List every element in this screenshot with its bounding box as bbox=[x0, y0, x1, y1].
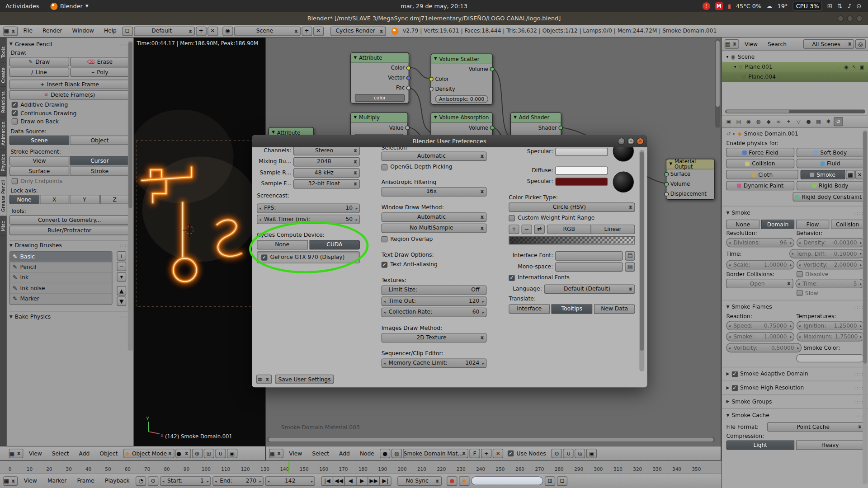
insert-blank-frame-button[interactable]: +Insert Blank Frame bbox=[9, 80, 130, 89]
screen-layout-select[interactable]: Default bbox=[134, 26, 195, 36]
force-field-button[interactable]: Force Field bbox=[726, 148, 794, 157]
renderable-icon[interactable]: ▣ bbox=[859, 65, 864, 70]
node-menu-select[interactable]: Select bbox=[307, 450, 333, 456]
menu-help[interactable]: Help bbox=[99, 28, 121, 33]
volume-icon[interactable]: ♪ bbox=[847, 2, 851, 10]
shader-type-icon[interactable]: ● bbox=[380, 449, 390, 458]
tab-tools[interactable]: Tools bbox=[0, 42, 7, 63]
ramp-add-button[interactable]: + bbox=[509, 225, 519, 234]
menu-render[interactable]: Render bbox=[38, 28, 66, 33]
node-value-slider[interactable]: Anisotropic: 0.000 bbox=[435, 95, 488, 103]
overlap-icon[interactable]: ⧉ bbox=[575, 449, 585, 458]
brush-item-pencil[interactable]: ✎Pencil bbox=[10, 262, 112, 272]
node-field[interactable]: color bbox=[355, 94, 405, 102]
temperature-indicator[interactable]: 45°C 0% bbox=[736, 3, 761, 9]
dynamic-paint-button[interactable]: Dynamic Paint bbox=[726, 181, 794, 190]
socket[interactable] bbox=[405, 126, 410, 130]
viewport-3d[interactable]: Tools Create Relations Animation Physics… bbox=[0, 38, 266, 460]
brush-specials-button[interactable]: ▾ bbox=[117, 272, 126, 282]
rigid-body-button[interactable]: Rigid Body bbox=[796, 181, 864, 190]
add-brush-button[interactable]: + bbox=[117, 251, 126, 261]
flame-vorticity-field[interactable]: ◂Vorticity:0.50000▸ bbox=[726, 343, 802, 352]
node-hscrollbar[interactable] bbox=[267, 437, 714, 442]
tab-create[interactable]: Create bbox=[0, 64, 7, 87]
node-header[interactable]: ▼Volume Scatter bbox=[431, 54, 492, 64]
node-menu-view[interactable]: View bbox=[284, 450, 307, 456]
collision-button[interactable]: Collision bbox=[726, 159, 794, 168]
socket[interactable] bbox=[664, 192, 669, 197]
render-engine-select[interactable]: Cycles Render bbox=[330, 26, 386, 36]
timeline-menu-frame[interactable]: Frame bbox=[73, 478, 99, 483]
current-frame-marker[interactable] bbox=[288, 461, 289, 473]
clock[interactable]: mar, 29 de may, 20:13 bbox=[401, 3, 467, 9]
collapse-icon[interactable]: ▼ bbox=[354, 116, 357, 120]
add-material-button[interactable]: + bbox=[481, 449, 491, 458]
node-header[interactable]: ▼Material Output bbox=[666, 160, 714, 169]
continuous-drawing-checkbox[interactable]: ✓Continuous Drawing bbox=[12, 110, 77, 116]
socket[interactable] bbox=[406, 66, 411, 70]
physics-tab[interactable]: ↺ bbox=[834, 117, 843, 127]
node-attribute[interactable]: ▼AttributeColorVectorFaccolor bbox=[350, 52, 409, 103]
translate-interface[interactable]: Interface bbox=[509, 304, 550, 314]
ramp-delete-button[interactable]: − bbox=[521, 225, 532, 234]
border-collisions-select[interactable]: Open bbox=[726, 279, 793, 288]
search-icon[interactable]: ◎ bbox=[855, 39, 866, 49]
dialog-maximize-button[interactable]: □ bbox=[627, 137, 634, 145]
fake-user-button[interactable]: F bbox=[469, 449, 480, 458]
timeline-menu-view[interactable]: View bbox=[19, 478, 42, 483]
collapse-icon[interactable]: ▼ bbox=[272, 131, 275, 135]
dialog-minimize-button[interactable]: – bbox=[618, 137, 625, 145]
memory-cache-limit-field[interactable]: ◂Memory Cache Limit:1024▸ bbox=[382, 358, 487, 368]
custom-weight-paint-checkbox[interactable]: Custom Weight Paint Range bbox=[509, 215, 594, 221]
draw-button[interactable]: ✎Draw bbox=[9, 57, 69, 66]
render-icon[interactable]: ▣ bbox=[586, 449, 597, 458]
placement-view[interactable]: View bbox=[9, 156, 69, 165]
editor-type-button[interactable]: ▦ bbox=[3, 26, 18, 36]
collapse-icon[interactable]: ▼ bbox=[354, 56, 357, 60]
prev-keyframe-button[interactable]: ◀◀ bbox=[333, 476, 345, 486]
particles-tab[interactable]: ✱ bbox=[824, 117, 833, 127]
only-endpoints-checkbox[interactable]: Only Endpoints bbox=[12, 178, 62, 184]
placement-cursor[interactable]: Cursor bbox=[70, 156, 129, 165]
screencast-fps-field[interactable]: ◂FPS:10▸ bbox=[257, 203, 360, 213]
outliner-item-plane001[interactable]: ▾ ▽ Plane.001 ◉ ↖ ▣ bbox=[722, 62, 868, 72]
outliner-scrollbar[interactable] bbox=[725, 109, 865, 113]
international-fonts-checkbox[interactable]: ✓International Fonts bbox=[509, 275, 570, 281]
collapse-icon[interactable]: ▼ bbox=[669, 162, 672, 166]
sample-rate-select[interactable]: 48 kHz bbox=[293, 168, 360, 178]
socket[interactable] bbox=[406, 86, 411, 90]
placement-surface[interactable]: Surface bbox=[9, 167, 69, 176]
collapse-icon[interactable]: ▼ bbox=[434, 57, 437, 61]
render-tab[interactable]: ▣ bbox=[724, 117, 734, 127]
data-source-scene[interactable]: Scene bbox=[9, 136, 69, 145]
socket[interactable] bbox=[664, 182, 669, 187]
smoke-type-domain[interactable]: Domain bbox=[761, 220, 794, 229]
node-volume-scatter[interactable]: ▼Volume ScatterVolumeColorDensityAnisotr… bbox=[431, 54, 493, 105]
smoke-color-swatch[interactable] bbox=[796, 354, 864, 362]
axis-z[interactable]: Z bbox=[100, 195, 130, 204]
constraints-tab[interactable]: ∞ bbox=[774, 117, 783, 127]
timeline-menu-marker[interactable]: Marker bbox=[43, 478, 71, 483]
smoke-type-flow[interactable]: Flow bbox=[796, 220, 829, 229]
weather-indicator[interactable]: 19° bbox=[778, 3, 788, 9]
smoke-type-none[interactable]: None bbox=[726, 220, 760, 229]
translate-tooltips[interactable]: Tooltips bbox=[552, 304, 593, 314]
texture-limit-size-field[interactable]: Limit Size:Off bbox=[382, 285, 487, 295]
jump-to-start-button[interactable]: |◀ bbox=[321, 476, 333, 486]
editor-type-button[interactable]: ▦ bbox=[269, 449, 283, 458]
delete-scene-button[interactable]: ✕ bbox=[313, 26, 324, 36]
move-brush-down-button[interactable]: ▼ bbox=[117, 296, 126, 306]
socket[interactable] bbox=[664, 172, 669, 177]
snap-magnet-icon[interactable]: ∪ bbox=[215, 449, 226, 458]
timeline-menu-playback[interactable]: Playback bbox=[100, 478, 134, 483]
ruler-protractor-button[interactable]: Ruler/Protractor bbox=[9, 226, 130, 235]
smoke-panel-header[interactable]: ▼Smoke:::: bbox=[726, 208, 864, 218]
convert-to-geometry-button[interactable]: Convert to Geometry... bbox=[9, 215, 130, 225]
ramp-rgb-button[interactable]: RGB bbox=[547, 225, 591, 234]
outliner-scope-select[interactable]: All Scenes bbox=[803, 39, 854, 49]
editor-type-button[interactable]: ≡ bbox=[256, 375, 272, 384]
translate-new-data[interactable]: New Data bbox=[594, 304, 635, 314]
smoke-high-resolution-panel-header[interactable]: ▶✓Smoke High Resolution:::: bbox=[726, 383, 864, 393]
viewport-menu-add[interactable]: Add bbox=[75, 450, 94, 456]
material-tab[interactable]: ● bbox=[804, 117, 813, 127]
